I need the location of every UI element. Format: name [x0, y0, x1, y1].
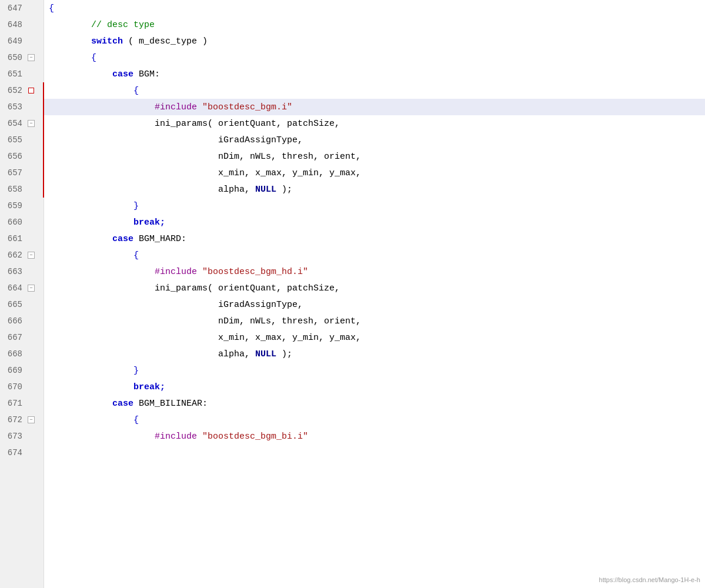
watermark: https://blog.csdn.net/Mango-1H-e-h — [599, 576, 700, 583]
code-line-668: alpha, NULL ); — [44, 346, 705, 362]
code-line-670: break; — [44, 379, 705, 395]
code-lines: { // desc type switch ( m_desc_type ) { … — [44, 0, 705, 588]
code-line-664: ini_params( orientQuant, patchSize, — [44, 280, 705, 296]
line-number-671: 671 — [0, 395, 44, 412]
code-line-654: ini_params( orientQuant, patchSize, — [44, 115, 705, 132]
code-line-653: #include "boostdesc_bgm.i" — [44, 99, 705, 115]
line-numbers: 647 648 649 650 − 651 — [0, 0, 44, 588]
code-line-658: alpha, NULL ); — [44, 181, 705, 198]
code-line-669: } — [44, 362, 705, 379]
code-line-667: x_min, x_max, y_min, y_max, — [44, 329, 705, 346]
line-number-648: 648 — [0, 16, 44, 33]
line-number-666: 666 — [0, 313, 44, 329]
line-number-658: 658 — [0, 181, 44, 198]
line-number-664: 664 − — [0, 280, 44, 296]
line-number-655: 655 — [0, 132, 44, 148]
code-line-666: nDim, nWLs, thresh, orient, — [44, 313, 705, 329]
line-number-670: 670 — [0, 379, 44, 395]
line-number-674: 674 — [0, 445, 44, 461]
line-number-661: 661 — [0, 230, 44, 247]
code-line-649: switch ( m_desc_type ) — [44, 33, 705, 49]
code-line-671: case BGM_BILINEAR: — [44, 395, 705, 412]
code-line-652: { — [44, 82, 705, 99]
line-number-668: 668 — [0, 346, 44, 362]
line-number-647: 647 — [0, 0, 44, 16]
line-number-660: 660 — [0, 214, 44, 230]
line-number-653: 653 — [0, 99, 44, 115]
line-number-665: 665 — [0, 296, 44, 313]
code-line-665: iGradAssignType, — [44, 296, 705, 313]
code-line-657: x_min, x_max, y_min, y_max, — [44, 165, 705, 181]
line-number-659: 659 — [0, 198, 44, 214]
line-number-669: 669 — [0, 362, 44, 379]
line-number-657: 657 — [0, 165, 44, 181]
code-line-650: { — [44, 49, 705, 66]
code-line-656: nDim, nWLs, thresh, orient, — [44, 148, 705, 165]
line-number-663: 663 — [0, 263, 44, 280]
code-line-659: } — [44, 198, 705, 214]
line-number-672: 672 − — [0, 412, 44, 428]
line-number-673: 673 — [0, 428, 44, 445]
code-line-655: iGradAssignType, — [44, 132, 705, 148]
code-line-674 — [44, 445, 705, 461]
line-number-652: 652 — [0, 82, 44, 99]
line-number-654: 654 − — [0, 115, 44, 132]
line-number-651: 651 — [0, 66, 44, 82]
code-line-651: case BGM: — [44, 66, 705, 82]
code-editor: 647 648 649 650 − 651 — [0, 0, 705, 588]
code-line-661: case BGM_HARD: — [44, 230, 705, 247]
line-number-650: 650 − — [0, 49, 44, 66]
line-number-667: 667 — [0, 329, 44, 346]
code-line-673: #include "boostdesc_bgm_bi.i" — [44, 428, 705, 445]
code-line-662: { — [44, 247, 705, 263]
line-number-656: 656 — [0, 148, 44, 165]
line-number-649: 649 — [0, 33, 44, 49]
code-line-647: { — [44, 0, 705, 16]
code-line-648: // desc type — [44, 16, 705, 33]
code-line-660: break; — [44, 214, 705, 230]
code-area: 647 648 649 650 − 651 — [0, 0, 705, 588]
line-number-662: 662 − — [0, 247, 44, 263]
code-line-672: { — [44, 412, 705, 428]
code-line-663: #include "boostdesc_bgm_hd.i" — [44, 263, 705, 280]
